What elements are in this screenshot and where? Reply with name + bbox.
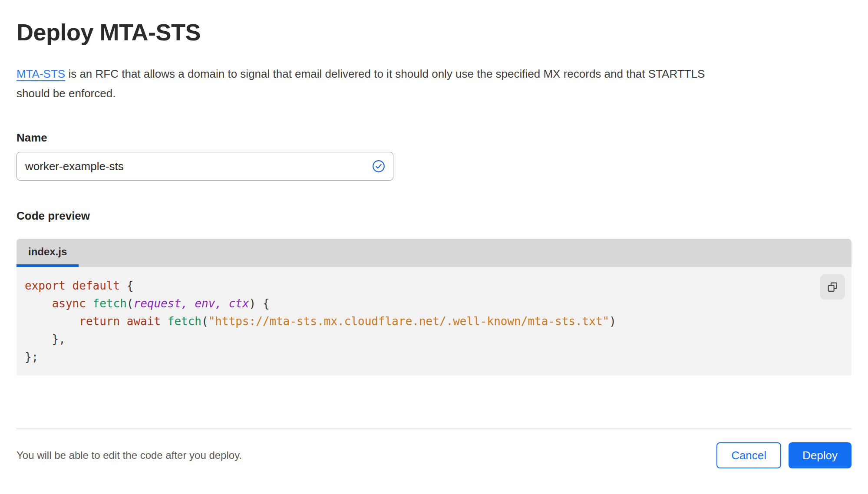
footer: You will be able to edit the code after … bbox=[17, 442, 851, 468]
name-input[interactable] bbox=[25, 160, 372, 173]
footer-buttons: Cancel Deploy bbox=[716, 442, 851, 468]
footer-note: You will be able to edit the code after … bbox=[17, 449, 242, 461]
code-preview-label: Code preview bbox=[17, 209, 851, 223]
footer-divider bbox=[17, 428, 851, 429]
page-title: Deploy MTA-STS bbox=[17, 18, 851, 46]
check-circle-icon bbox=[372, 160, 385, 173]
mta-sts-link[interactable]: MTA-STS bbox=[17, 67, 65, 80]
code-tabbar: index.js bbox=[17, 239, 851, 267]
cancel-button[interactable]: Cancel bbox=[716, 442, 781, 468]
description-line2: should be enforced. bbox=[17, 84, 846, 103]
code-content: export default { async fetch(request, en… bbox=[17, 267, 851, 366]
tab-index-js[interactable]: index.js bbox=[17, 239, 79, 267]
deploy-button[interactable]: Deploy bbox=[789, 442, 851, 468]
code-editor[interactable]: export default { async fetch(request, en… bbox=[17, 267, 851, 375]
deploy-mta-sts-page: Deploy MTA-STS MTA-STS is an RFC that al… bbox=[0, 18, 868, 494]
code-preview-card: index.js export default { async fetch(re… bbox=[17, 239, 851, 375]
name-label: Name bbox=[17, 131, 851, 145]
description-line1: is an RFC that allows a domain to signal… bbox=[65, 67, 705, 80]
copy-code-button[interactable] bbox=[820, 274, 845, 300]
name-input-container bbox=[17, 152, 393, 181]
copy-icon bbox=[827, 281, 838, 293]
description: MTA-STS is an RFC that allows a domain t… bbox=[17, 64, 846, 103]
